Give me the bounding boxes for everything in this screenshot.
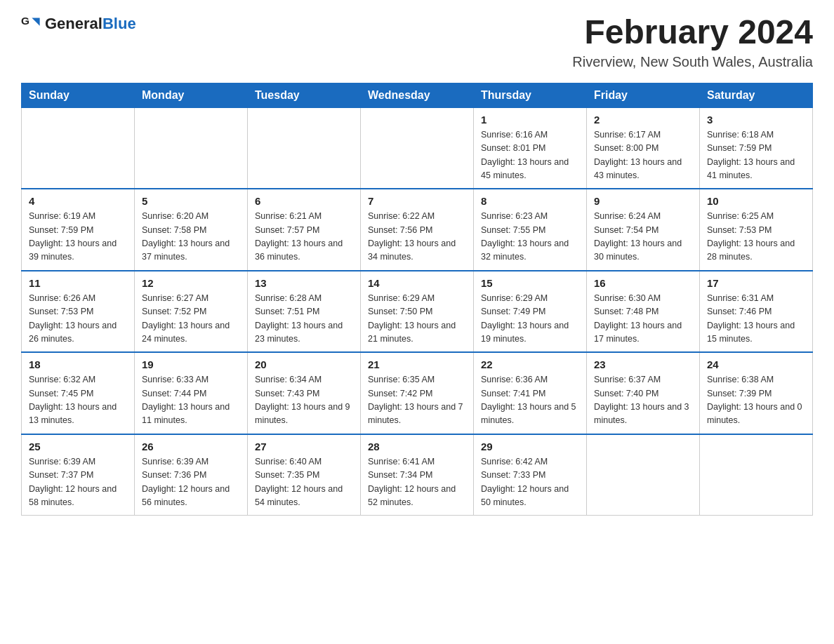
day-info: Sunrise: 6:31 AM Sunset: 7:46 PM Dayligh… <box>707 292 805 347</box>
calendar-day-cell: 13Sunrise: 6:28 AM Sunset: 7:51 PM Dayli… <box>248 271 361 353</box>
day-of-week-header: Wednesday <box>361 83 474 107</box>
day-info: Sunrise: 6:28 AM Sunset: 7:51 PM Dayligh… <box>255 292 353 347</box>
day-number: 28 <box>368 441 466 452</box>
day-info: Sunrise: 6:29 AM Sunset: 7:49 PM Dayligh… <box>481 292 579 347</box>
calendar-subtitle: Riverview, New South Wales, Australia <box>572 54 813 70</box>
calendar-day-cell <box>135 107 248 189</box>
day-number: 9 <box>594 195 692 207</box>
day-of-week-header: Saturday <box>700 83 813 107</box>
calendar-day-cell: 28Sunrise: 6:41 AM Sunset: 7:34 PM Dayli… <box>361 434 474 516</box>
calendar-day-cell: 27Sunrise: 6:40 AM Sunset: 7:35 PM Dayli… <box>248 434 361 516</box>
day-number: 23 <box>594 358 692 370</box>
calendar-day-cell: 8Sunrise: 6:23 AM Sunset: 7:55 PM Daylig… <box>474 189 587 271</box>
calendar-day-cell: 10Sunrise: 6:25 AM Sunset: 7:53 PM Dayli… <box>700 189 813 271</box>
day-number: 7 <box>368 195 466 207</box>
day-info: Sunrise: 6:41 AM Sunset: 7:34 PM Dayligh… <box>368 455 466 510</box>
calendar-week-row: 4Sunrise: 6:19 AM Sunset: 7:59 PM Daylig… <box>22 189 813 271</box>
day-info: Sunrise: 6:25 AM Sunset: 7:53 PM Dayligh… <box>707 210 805 264</box>
calendar-day-cell <box>587 434 700 516</box>
day-number: 1 <box>481 114 579 126</box>
day-info: Sunrise: 6:36 AM Sunset: 7:41 PM Dayligh… <box>481 373 579 428</box>
calendar-day-cell: 26Sunrise: 6:39 AM Sunset: 7:36 PM Dayli… <box>135 434 248 516</box>
day-number: 16 <box>594 277 692 289</box>
day-info: Sunrise: 6:32 AM Sunset: 7:45 PM Dayligh… <box>29 373 127 428</box>
day-number: 14 <box>368 277 466 289</box>
calendar-week-row: 1Sunrise: 6:16 AM Sunset: 8:01 PM Daylig… <box>22 107 813 189</box>
day-number: 2 <box>594 114 692 126</box>
title-block: February 2024 Riverview, New South Wales… <box>572 14 813 70</box>
calendar-title: February 2024 <box>572 14 813 51</box>
calendar-day-cell: 20Sunrise: 6:34 AM Sunset: 7:43 PM Dayli… <box>248 352 361 434</box>
day-info: Sunrise: 6:37 AM Sunset: 7:40 PM Dayligh… <box>594 373 692 428</box>
calendar-day-cell: 3Sunrise: 6:18 AM Sunset: 7:59 PM Daylig… <box>700 107 813 189</box>
calendar-table: SundayMondayTuesdayWednesdayThursdayFrid… <box>21 83 813 516</box>
day-info: Sunrise: 6:26 AM Sunset: 7:53 PM Dayligh… <box>29 292 127 347</box>
calendar-day-cell: 23Sunrise: 6:37 AM Sunset: 7:40 PM Dayli… <box>587 352 700 434</box>
calendar-day-cell: 16Sunrise: 6:30 AM Sunset: 7:48 PM Dayli… <box>587 271 700 353</box>
day-of-week-header: Thursday <box>474 83 587 107</box>
calendar-day-cell: 9Sunrise: 6:24 AM Sunset: 7:54 PM Daylig… <box>587 189 700 271</box>
day-info: Sunrise: 6:24 AM Sunset: 7:54 PM Dayligh… <box>594 210 692 264</box>
day-info: Sunrise: 6:39 AM Sunset: 7:37 PM Dayligh… <box>29 455 127 510</box>
day-info: Sunrise: 6:23 AM Sunset: 7:55 PM Dayligh… <box>481 210 579 264</box>
calendar-day-cell: 7Sunrise: 6:22 AM Sunset: 7:56 PM Daylig… <box>361 189 474 271</box>
day-info: Sunrise: 6:42 AM Sunset: 7:33 PM Dayligh… <box>481 455 579 510</box>
calendar-day-cell: 15Sunrise: 6:29 AM Sunset: 7:49 PM Dayli… <box>474 271 587 353</box>
day-of-week-header: Tuesday <box>248 83 361 107</box>
calendar-header-row: SundayMondayTuesdayWednesdayThursdayFrid… <box>22 83 813 107</box>
day-info: Sunrise: 6:39 AM Sunset: 7:36 PM Dayligh… <box>142 455 240 510</box>
calendar-day-cell <box>22 107 135 189</box>
day-info: Sunrise: 6:30 AM Sunset: 7:48 PM Dayligh… <box>594 292 692 347</box>
day-info: Sunrise: 6:19 AM Sunset: 7:59 PM Dayligh… <box>29 210 127 264</box>
day-info: Sunrise: 6:35 AM Sunset: 7:42 PM Dayligh… <box>368 373 466 428</box>
day-number: 19 <box>142 358 240 370</box>
svg-text:G: G <box>21 15 29 27</box>
calendar-day-cell: 21Sunrise: 6:35 AM Sunset: 7:42 PM Dayli… <box>361 352 474 434</box>
day-number: 20 <box>255 358 353 370</box>
day-number: 26 <box>142 441 240 452</box>
calendar-day-cell: 2Sunrise: 6:17 AM Sunset: 8:00 PM Daylig… <box>587 107 700 189</box>
day-info: Sunrise: 6:21 AM Sunset: 7:57 PM Dayligh… <box>255 210 353 264</box>
day-number: 18 <box>29 358 127 370</box>
day-number: 25 <box>29 441 127 452</box>
day-number: 11 <box>29 277 127 289</box>
day-number: 22 <box>481 358 579 370</box>
day-number: 8 <box>481 195 579 207</box>
day-number: 24 <box>707 358 805 370</box>
day-number: 4 <box>29 195 127 207</box>
calendar-day-cell: 29Sunrise: 6:42 AM Sunset: 7:33 PM Dayli… <box>474 434 587 516</box>
day-number: 13 <box>255 277 353 289</box>
day-number: 12 <box>142 277 240 289</box>
day-info: Sunrise: 6:16 AM Sunset: 8:01 PM Dayligh… <box>481 128 579 183</box>
day-number: 27 <box>255 441 353 452</box>
day-info: Sunrise: 6:18 AM Sunset: 7:59 PM Dayligh… <box>707 128 805 183</box>
day-number: 15 <box>481 277 579 289</box>
calendar-day-cell: 4Sunrise: 6:19 AM Sunset: 7:59 PM Daylig… <box>22 189 135 271</box>
day-info: Sunrise: 6:40 AM Sunset: 7:35 PM Dayligh… <box>255 455 353 510</box>
day-number: 29 <box>481 441 579 452</box>
day-number: 6 <box>255 195 353 207</box>
calendar-day-cell: 6Sunrise: 6:21 AM Sunset: 7:57 PM Daylig… <box>248 189 361 271</box>
calendar-day-cell: 5Sunrise: 6:20 AM Sunset: 7:58 PM Daylig… <box>135 189 248 271</box>
logo-general-text: General <box>45 15 102 32</box>
day-number: 10 <box>707 195 805 207</box>
logo-blue-text: Blue <box>102 15 136 32</box>
calendar-day-cell: 12Sunrise: 6:27 AM Sunset: 7:52 PM Dayli… <box>135 271 248 353</box>
calendar-day-cell <box>361 107 474 189</box>
day-info: Sunrise: 6:17 AM Sunset: 8:00 PM Dayligh… <box>594 128 692 183</box>
calendar-day-cell: 22Sunrise: 6:36 AM Sunset: 7:41 PM Dayli… <box>474 352 587 434</box>
calendar-day-cell: 18Sunrise: 6:32 AM Sunset: 7:45 PM Dayli… <box>22 352 135 434</box>
calendar-day-cell: 17Sunrise: 6:31 AM Sunset: 7:46 PM Dayli… <box>700 271 813 353</box>
day-number: 17 <box>707 277 805 289</box>
calendar-day-cell: 19Sunrise: 6:33 AM Sunset: 7:44 PM Dayli… <box>135 352 248 434</box>
day-info: Sunrise: 6:38 AM Sunset: 7:39 PM Dayligh… <box>707 373 805 428</box>
calendar-week-row: 18Sunrise: 6:32 AM Sunset: 7:45 PM Dayli… <box>22 352 813 434</box>
calendar-day-cell: 11Sunrise: 6:26 AM Sunset: 7:53 PM Dayli… <box>22 271 135 353</box>
day-number: 21 <box>368 358 466 370</box>
generalblue-icon: G <box>21 14 41 34</box>
day-info: Sunrise: 6:22 AM Sunset: 7:56 PM Dayligh… <box>368 210 466 264</box>
svg-marker-1 <box>32 18 39 26</box>
day-of-week-header: Sunday <box>22 83 135 107</box>
calendar-day-cell: 1Sunrise: 6:16 AM Sunset: 8:01 PM Daylig… <box>474 107 587 189</box>
logo: G GeneralBlue <box>21 14 136 34</box>
